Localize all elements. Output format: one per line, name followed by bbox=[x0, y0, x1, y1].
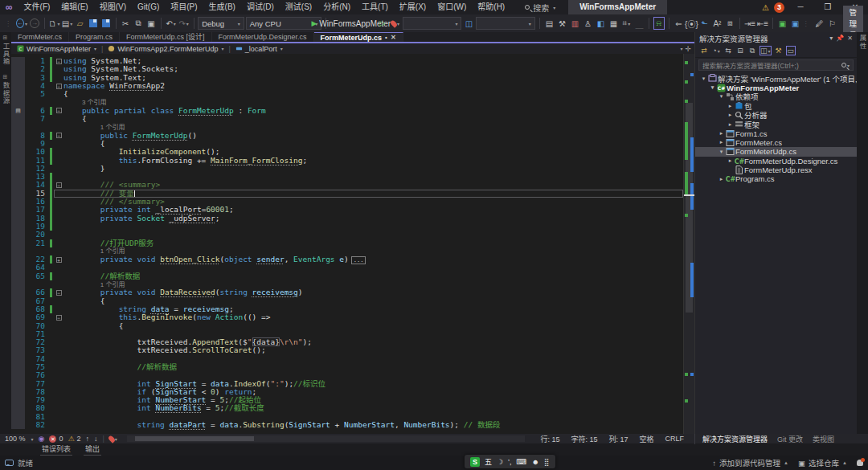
add-to-source-control[interactable]: ↑ 添加到源代码管理 ▲ bbox=[712, 457, 788, 468]
codelens-references[interactable]: 1 个引用 bbox=[100, 247, 125, 255]
codelens-references[interactable]: 1 个引用 bbox=[100, 281, 125, 288]
ime-keyboard-icon[interactable]: ⌨ bbox=[517, 458, 527, 466]
editor-horizontal-scrollbar[interactable] bbox=[127, 435, 526, 442]
next-issue-icon[interactable]: ↓ bbox=[94, 435, 98, 443]
copy-icon[interactable]: ⧉ bbox=[133, 17, 144, 30]
expander-expanded-icon[interactable]: ▾ bbox=[718, 149, 725, 155]
collapse-icon[interactable]: − bbox=[56, 59, 62, 64]
document-tab[interactable]: FormMeter.cs bbox=[11, 32, 69, 42]
code-line[interactable]: 73 txtReceived.ScrollToCaret(); bbox=[11, 346, 683, 354]
document-tab[interactable]: FormMeterUdp.Designer.cs bbox=[212, 32, 314, 42]
navigate-backward-code-icon[interactable]: ⇐ bbox=[673, 17, 684, 30]
sync-with-active-document-icon[interactable]: ⇆ bbox=[723, 47, 733, 55]
dock-tab[interactable]: ⊞工具箱 bbox=[1, 35, 10, 66]
code-line[interactable]: 4−namespace WinFormsApp2 bbox=[11, 82, 683, 90]
code-editor[interactable]: 1−using System.Net;2using System.Net.Soc… bbox=[11, 54, 694, 434]
collapse-icon[interactable]: − bbox=[56, 133, 62, 138]
show-all-files-icon[interactable]: ◫▾ bbox=[760, 46, 772, 55]
panel-options-icon[interactable]: ▾ bbox=[829, 35, 833, 42]
tree-item[interactable]: ▾C#WinFormsAppMeter bbox=[695, 83, 857, 92]
tab-close-icon[interactable]: ✕ bbox=[391, 33, 396, 43]
breadcrumb-member[interactable]: _localPort ▾ bbox=[233, 45, 285, 53]
menu-item[interactable]: 文件(F) bbox=[18, 0, 56, 14]
menu-item[interactable]: 生成(B) bbox=[203, 0, 241, 14]
intellicode-icon[interactable]: ⍾ bbox=[653, 17, 665, 30]
tree-item[interactable]: ▾FormMeterUdp.cs bbox=[695, 147, 857, 156]
code-line[interactable]: 8− public FormMeterUdp() bbox=[11, 132, 683, 140]
bottom-panel-tab[interactable]: 输出 bbox=[84, 443, 101, 456]
expander-collapsed-icon[interactable]: ▸ bbox=[727, 103, 734, 109]
code-line[interactable]: 75 //解析数据 bbox=[11, 363, 683, 371]
status-cell[interactable]: 行: 15 bbox=[534, 434, 565, 444]
minimize-button[interactable]: ─ bbox=[789, 0, 812, 14]
find-in-files-icon[interactable]: ◫ bbox=[463, 17, 474, 30]
code-line[interactable]: 12 } bbox=[11, 165, 683, 173]
menu-item[interactable]: 窗口(W) bbox=[432, 0, 472, 14]
redo-icon[interactable]: ↷▾ bbox=[178, 17, 190, 30]
find-references-icon[interactable]: ⧈ bbox=[724, 17, 735, 30]
menu-item[interactable]: 工具(T) bbox=[356, 0, 394, 14]
run-cursor-icon[interactable]: ⬑ bbox=[698, 17, 710, 30]
collapse-all-icon[interactable]: ⊟ bbox=[735, 47, 745, 55]
editor-layout-icon[interactable]: ▦ bbox=[608, 17, 619, 30]
ime-toolbar[interactable]: S 五 ☽ ’, ⌨ ☻ ⣿ bbox=[465, 455, 555, 468]
hot-reload-icon[interactable]: ▾ bbox=[390, 17, 401, 30]
collapse-icon[interactable]: − bbox=[56, 315, 62, 321]
layout-icon[interactable]: ◧ bbox=[595, 17, 606, 30]
minimize-panel-icon[interactable]: ＿ bbox=[633, 17, 645, 30]
send-feedback-icon[interactable]: 🖉 bbox=[814, 17, 825, 30]
menu-item[interactable]: 视图(V) bbox=[94, 0, 132, 14]
codelens-references[interactable]: 3 个引用 bbox=[82, 99, 107, 106]
menu-item[interactable]: 帮助(H) bbox=[472, 0, 510, 14]
expander-collapsed-icon[interactable]: ▸ bbox=[718, 130, 725, 137]
tree-item[interactable]: ▾依赖项 bbox=[695, 92, 857, 101]
toolbar-overflow[interactable]: ⋮ bbox=[803, 20, 810, 27]
codelens-references[interactable]: 1 个引用 bbox=[100, 124, 125, 131]
navigate-back-icon[interactable]: ←▾ bbox=[16, 17, 27, 30]
expander-expanded-icon[interactable]: ▾ bbox=[718, 93, 725, 100]
panel-tab[interactable]: 解决方案资源管理器 bbox=[698, 434, 772, 444]
expander-expanded-icon[interactable]: ▾ bbox=[700, 76, 707, 82]
menu-item[interactable]: Git(G) bbox=[132, 0, 165, 14]
goto-definition-icon[interactable]: {⦿} bbox=[686, 17, 697, 30]
dock-tab[interactable]: 属性 bbox=[858, 35, 867, 50]
ime-grid-icon[interactable]: ⣿ bbox=[544, 458, 550, 466]
status-cell[interactable]: 列: 17 bbox=[603, 434, 633, 444]
collapse-icon[interactable]: − bbox=[56, 182, 62, 188]
indent-increase-icon[interactable]: ⇤≡ bbox=[757, 17, 768, 30]
code-line[interactable]: 21 //打开UDP服务 bbox=[11, 239, 683, 247]
properties-window-icon[interactable]: ⚒ bbox=[556, 17, 567, 30]
tree-item[interactable]: ▸C#Program.cs bbox=[695, 174, 857, 183]
tree-item[interactable]: ▸C#FormMeterUdp.Designer.cs bbox=[695, 157, 857, 166]
hot-reload-status-icon[interactable]: ▾ bbox=[109, 435, 117, 443]
code-line[interactable]: 11 this.FormClosing += MainForm_FormClos… bbox=[11, 157, 683, 165]
rename-icon[interactable]: A² bbox=[711, 17, 723, 30]
code-line[interactable]: 22+ private void btnOpen_Click(object se… bbox=[11, 255, 683, 264]
breadcrumb-type[interactable]: WinFormsApp2.FormMeterUdp ▾ bbox=[105, 45, 226, 53]
notifications-bell-icon[interactable] bbox=[857, 460, 863, 466]
platform-dropdown[interactable]: Any CPU▾ bbox=[246, 17, 322, 30]
project-settings-icon[interactable]: ⚒ bbox=[774, 47, 784, 55]
uncomment-icon[interactable]: ▣ bbox=[790, 17, 801, 30]
ime-punctuation-icon[interactable]: ’, bbox=[508, 458, 512, 466]
tree-item[interactable]: FormMeterUdp.resx bbox=[695, 166, 857, 174]
cut-icon[interactable]: ✂ bbox=[120, 17, 131, 30]
configuration-dropdown[interactable]: Debug▾ bbox=[198, 17, 244, 30]
expander-collapsed-icon[interactable]: ▸ bbox=[727, 112, 734, 118]
comment-icon[interactable]: ▣ bbox=[777, 17, 788, 30]
prev-issue-icon[interactable]: ↑ bbox=[86, 435, 90, 443]
split-editor-icon[interactable]: ✛ bbox=[685, 45, 691, 53]
tree-item[interactable]: ▸包 bbox=[695, 101, 857, 110]
expand-icon[interactable]: + bbox=[56, 257, 62, 263]
code-line[interactable]: 7 { bbox=[11, 115, 683, 123]
editor-vertical-scrollbar[interactable] bbox=[683, 54, 694, 434]
indent-decrease-icon[interactable]: ⇥≡ bbox=[744, 17, 755, 30]
pending-changes-filter-icon[interactable]: ◔▾ bbox=[711, 47, 721, 55]
status-cell[interactable]: 字符: 15 bbox=[565, 434, 603, 444]
document-tab[interactable]: Program.cs bbox=[69, 32, 120, 42]
collapse-icon[interactable]: − bbox=[56, 84, 62, 89]
navigation-dropdown-icon[interactable]: ▾ bbox=[680, 46, 682, 51]
tree-item[interactable]: ▸FormMeter.cs bbox=[695, 138, 857, 147]
warning-count[interactable]: ⚠ 2 bbox=[68, 435, 80, 443]
code-line[interactable]: 19 bbox=[11, 223, 683, 231]
